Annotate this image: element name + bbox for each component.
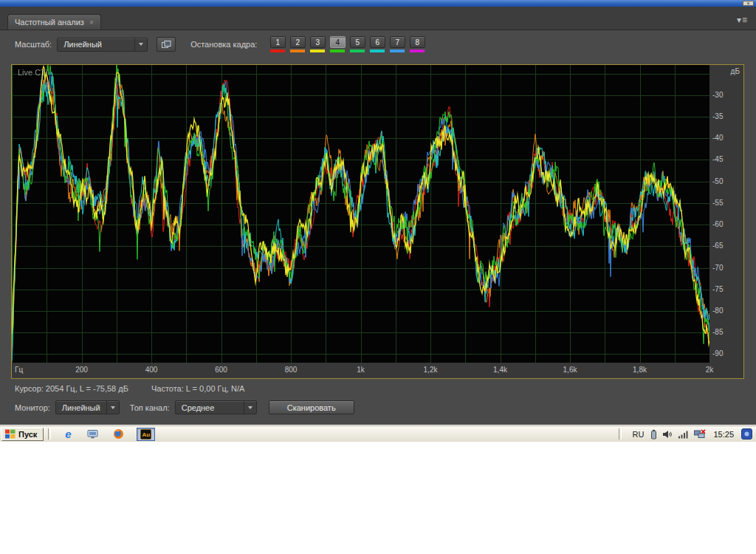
x-tick-label: 1,2k — [420, 366, 441, 374]
spectrum-canvas[interactable] — [12, 65, 709, 363]
chevron-down-icon — [134, 38, 147, 51]
show-desktop-icon[interactable] — [86, 428, 100, 441]
frame-color-swatch — [390, 49, 405, 52]
x-axis: Гц 2004006008001k1,2k1,4k1,6k1,8k2k — [12, 363, 743, 378]
frame-button-8[interactable]: 8 — [409, 36, 425, 52]
language-indicator[interactable]: RU — [631, 430, 646, 439]
y-axis: дБ -30-35-40-45-50-55-60-65-70-75-80-85-… — [709, 65, 743, 363]
status-line: Курсор: 2054 Гц, L = -75,58 дБ Частота: … — [15, 384, 756, 394]
x-tick-label: 1k — [351, 366, 371, 374]
channel-dropdown[interactable]: Среднее — [175, 400, 257, 414]
frame-buttons: 12345678 — [269, 36, 425, 52]
frequency-readout: Частота: L = 0,00 Гц, N/A — [151, 384, 244, 393]
y-axis-unit: дБ — [731, 67, 740, 75]
y-tick-label: -80 — [712, 307, 723, 315]
network-disconnected-icon[interactable] — [694, 429, 706, 439]
x-tick-label: 1,4k — [490, 366, 511, 374]
taskbar: Пуск e Au RU — [0, 425, 756, 442]
y-tick-label: -40 — [712, 134, 723, 142]
volume-icon[interactable] — [662, 430, 673, 439]
frame-button-label: 8 — [410, 36, 425, 48]
x-tick-label: 1,8k — [630, 366, 650, 374]
scale-label: Масштаб: — [15, 40, 52, 49]
start-button[interactable]: Пуск — [1, 428, 44, 441]
frame-hold-label: Остановка кадра: — [190, 40, 257, 49]
scale-dropdown[interactable]: Линейный — [57, 38, 148, 52]
taskbar-clock[interactable]: 15:25 — [713, 430, 734, 439]
audition-taskbar-button[interactable]: Au — [137, 428, 155, 441]
monitor-value: Линейный — [56, 401, 106, 414]
frame-button-3[interactable]: 3 — [309, 36, 326, 52]
windows-logo-icon — [5, 429, 16, 439]
frame-button-label: 4 — [330, 36, 346, 48]
y-tick-label: -45 — [712, 155, 723, 163]
frame-button-6[interactable]: 6 — [369, 36, 385, 52]
tab-frequency-analysis[interactable]: Частотный анализ × — [7, 14, 101, 30]
ie-glyph: e — [65, 428, 71, 440]
firefox-icon[interactable] — [111, 428, 125, 441]
frame-color-swatch — [350, 49, 365, 52]
tray-app-icon[interactable] — [741, 428, 752, 440]
hold-frames-button[interactable] — [157, 37, 176, 52]
frame-button-2[interactable]: 2 — [289, 36, 306, 52]
hold-frames-icon — [162, 41, 171, 49]
frame-color-swatch — [270, 49, 285, 52]
window-titlebar[interactable]: × — [0, 0, 756, 7]
start-label: Пуск — [18, 430, 37, 439]
x-tick-label: 800 — [281, 366, 301, 374]
frame-button-label: 6 — [370, 36, 385, 48]
frame-button-label: 3 — [310, 36, 326, 48]
frame-color-swatch — [410, 49, 425, 52]
frame-button-4[interactable]: 4 — [329, 36, 346, 52]
x-tick-label: 1,6k — [560, 366, 580, 374]
y-tick-label: -60 — [712, 220, 723, 228]
frame-button-label: 2 — [290, 36, 306, 48]
spectrum-chart[interactable]: Live CTI — [12, 65, 709, 363]
tab-label: Частотный анализ — [15, 18, 84, 27]
frame-color-swatch — [370, 49, 385, 52]
taskbar-divider — [48, 428, 51, 440]
frame-button-label: 1 — [270, 36, 286, 48]
channel-value: Среднее — [176, 401, 244, 414]
frame-button-7[interactable]: 7 — [389, 36, 405, 52]
panel-menu-icon[interactable]: ▾≡ — [737, 15, 748, 25]
screen: × Частотный анализ × ▾≡ Масштаб: Линейны… — [0, 0, 756, 554]
frame-button-label: 5 — [350, 36, 365, 48]
y-tick-label: -50 — [712, 177, 723, 185]
x-axis-unit: Гц — [15, 366, 23, 374]
frame-button-label: 7 — [390, 36, 405, 48]
x-tick-label: 400 — [141, 366, 162, 374]
panel-tab-bar: Частотный анализ × ▾≡ — [0, 7, 756, 30]
frame-color-swatch — [290, 49, 305, 52]
monitor-label: Монитор: — [15, 403, 50, 412]
y-tick-label: -70 — [712, 264, 723, 272]
chart-title: Live CTI — [18, 68, 48, 77]
battery-icon[interactable] — [650, 429, 657, 440]
frequency-analysis-panel: Live CTI дБ -30-35-40-45-50-55-60-65-70-… — [11, 64, 744, 379]
chevron-down-icon — [106, 401, 119, 414]
y-tick-label: -35 — [712, 112, 723, 120]
desktop-glyph — [87, 429, 99, 439]
tab-close-icon[interactable]: × — [89, 18, 94, 27]
frame-color-swatch — [330, 49, 345, 52]
frame-button-5[interactable]: 5 — [349, 36, 365, 52]
firefox-glyph — [113, 428, 124, 440]
signal-icon[interactable] — [678, 430, 689, 439]
chevron-down-icon — [244, 401, 256, 414]
toolbar: Масштаб: Линейный Остановка кадра: 12345… — [0, 30, 756, 58]
internet-explorer-icon[interactable]: e — [61, 428, 75, 441]
x-tick-label: 600 — [211, 366, 232, 374]
scale-value: Линейный — [58, 38, 134, 51]
channel-label: Топ канал: — [130, 403, 170, 412]
audition-icon: Au — [140, 429, 151, 440]
scan-button[interactable]: Сканировать — [269, 400, 354, 414]
window-close-button[interactable]: × — [743, 1, 754, 6]
y-tick-label: -30 — [712, 91, 723, 99]
audition-window: Частотный анализ × ▾≡ Масштаб: Линейный … — [0, 7, 756, 425]
y-tick-label: -65 — [712, 242, 723, 250]
x-tick-label: 200 — [72, 366, 92, 374]
y-tick-label: -90 — [712, 349, 723, 358]
frame-color-swatch — [310, 49, 325, 52]
frame-button-1[interactable]: 1 — [269, 36, 286, 52]
monitor-dropdown[interactable]: Линейный — [55, 400, 120, 414]
